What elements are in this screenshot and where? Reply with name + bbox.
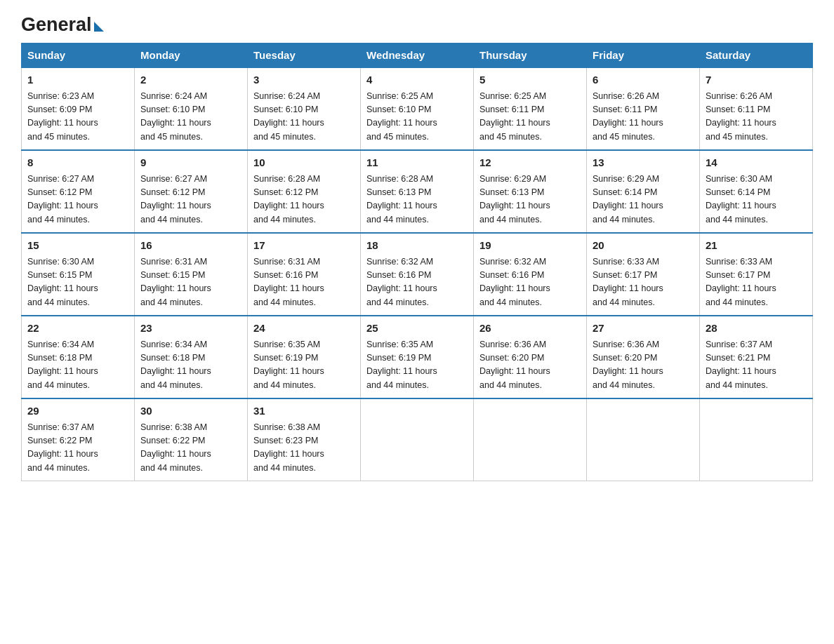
calendar-cell: 3Sunrise: 6:24 AMSunset: 6:10 PMDaylight… xyxy=(248,67,361,150)
day-info: Sunrise: 6:27 AMSunset: 6:12 PMDaylight:… xyxy=(27,173,128,227)
daylight-info-2: and 44 minutes. xyxy=(479,380,542,390)
day-number: 23 xyxy=(140,321,241,337)
logo-arrow-icon xyxy=(94,22,104,32)
day-number: 5 xyxy=(479,72,581,88)
sunset-info: Sunset: 6:12 PM xyxy=(253,187,318,197)
calendar-cell xyxy=(474,398,587,481)
calendar-cell xyxy=(700,398,813,481)
sunrise-info: Sunrise: 6:33 AM xyxy=(593,257,659,267)
daylight-info-1: Daylight: 11 hours xyxy=(253,118,324,128)
day-number: 10 xyxy=(253,155,355,171)
day-info: Sunrise: 6:26 AMSunset: 6:11 PMDaylight:… xyxy=(593,90,694,145)
sunset-info: Sunset: 6:14 PM xyxy=(593,187,657,197)
daylight-info-1: Daylight: 11 hours xyxy=(140,283,211,293)
sunset-info: Sunset: 6:16 PM xyxy=(253,270,318,280)
calendar-cell: 26Sunrise: 6:36 AMSunset: 6:20 PMDayligh… xyxy=(474,316,587,398)
daylight-info-2: and 44 minutes. xyxy=(593,215,655,224)
daylight-info-2: and 44 minutes. xyxy=(27,380,90,390)
day-info: Sunrise: 6:35 AMSunset: 6:19 PMDaylight:… xyxy=(366,338,468,393)
calendar-cell: 31Sunrise: 6:38 AMSunset: 6:23 PMDayligh… xyxy=(248,398,361,481)
sunrise-info: Sunrise: 6:32 AM xyxy=(479,257,546,267)
weekday-header-thursday: Thursday xyxy=(474,43,587,68)
sunset-info: Sunset: 6:23 PM xyxy=(253,436,318,445)
day-number: 4 xyxy=(366,72,468,88)
day-number: 28 xyxy=(706,321,807,337)
day-number: 2 xyxy=(140,72,241,88)
daylight-info-2: and 44 minutes. xyxy=(253,463,316,473)
daylight-info-2: and 44 minutes. xyxy=(253,380,316,390)
sunset-info: Sunset: 6:15 PM xyxy=(27,270,92,280)
day-info: Sunrise: 6:34 AMSunset: 6:18 PMDaylight:… xyxy=(27,338,128,393)
calendar-week-row: 22Sunrise: 6:34 AMSunset: 6:18 PMDayligh… xyxy=(22,316,813,398)
calendar-cell: 1Sunrise: 6:23 AMSunset: 6:09 PMDaylight… xyxy=(22,67,135,150)
calendar-week-row: 8Sunrise: 6:27 AMSunset: 6:12 PMDaylight… xyxy=(22,150,813,233)
sunrise-info: Sunrise: 6:37 AM xyxy=(27,422,94,432)
calendar-cell: 14Sunrise: 6:30 AMSunset: 6:14 PMDayligh… xyxy=(700,150,813,233)
day-number: 27 xyxy=(593,321,694,337)
daylight-info-2: and 45 minutes. xyxy=(479,132,542,142)
sunset-info: Sunset: 6:16 PM xyxy=(479,270,544,280)
day-number: 31 xyxy=(253,403,355,420)
daylight-info-1: Daylight: 11 hours xyxy=(706,283,776,293)
day-info: Sunrise: 6:29 AMSunset: 6:14 PMDaylight:… xyxy=(593,173,694,227)
daylight-info-1: Daylight: 11 hours xyxy=(706,201,776,210)
daylight-info-1: Daylight: 11 hours xyxy=(479,283,550,293)
daylight-info-1: Daylight: 11 hours xyxy=(366,118,437,128)
sunset-info: Sunset: 6:17 PM xyxy=(593,270,657,280)
day-info: Sunrise: 6:36 AMSunset: 6:20 PMDaylight:… xyxy=(593,338,694,393)
daylight-info-1: Daylight: 11 hours xyxy=(366,201,437,210)
day-info: Sunrise: 6:32 AMSunset: 6:16 PMDaylight:… xyxy=(366,255,468,310)
weekday-header-sunday: Sunday xyxy=(22,43,135,68)
day-number: 6 xyxy=(593,72,694,88)
daylight-info-2: and 45 minutes. xyxy=(706,132,768,142)
sunset-info: Sunset: 6:10 PM xyxy=(366,105,431,114)
day-number: 8 xyxy=(27,155,128,171)
day-number: 3 xyxy=(253,72,355,88)
sunrise-info: Sunrise: 6:38 AM xyxy=(253,422,320,432)
sunrise-info: Sunrise: 6:30 AM xyxy=(706,174,772,184)
calendar-cell: 23Sunrise: 6:34 AMSunset: 6:18 PMDayligh… xyxy=(135,316,248,398)
daylight-info-2: and 44 minutes. xyxy=(140,297,203,307)
day-number: 14 xyxy=(706,155,807,171)
sunset-info: Sunset: 6:20 PM xyxy=(479,353,544,363)
weekday-header-saturday: Saturday xyxy=(700,43,813,68)
day-number: 18 xyxy=(366,238,468,254)
day-info: Sunrise: 6:25 AMSunset: 6:11 PMDaylight:… xyxy=(479,90,581,145)
daylight-info-1: Daylight: 11 hours xyxy=(593,366,663,376)
calendar-cell: 9Sunrise: 6:27 AMSunset: 6:12 PMDaylight… xyxy=(135,150,248,233)
daylight-info-1: Daylight: 11 hours xyxy=(593,283,663,293)
calendar-cell: 8Sunrise: 6:27 AMSunset: 6:12 PMDaylight… xyxy=(22,150,135,233)
calendar-cell: 17Sunrise: 6:31 AMSunset: 6:16 PMDayligh… xyxy=(248,233,361,316)
daylight-info-2: and 45 minutes. xyxy=(253,132,316,142)
daylight-info-1: Daylight: 11 hours xyxy=(27,201,98,210)
daylight-info-1: Daylight: 11 hours xyxy=(253,201,324,210)
calendar-cell: 30Sunrise: 6:38 AMSunset: 6:22 PMDayligh… xyxy=(135,398,248,481)
day-number: 7 xyxy=(706,72,807,88)
day-info: Sunrise: 6:38 AMSunset: 6:22 PMDaylight:… xyxy=(140,421,241,476)
day-info: Sunrise: 6:31 AMSunset: 6:15 PMDaylight:… xyxy=(140,255,241,310)
daylight-info-2: and 44 minutes. xyxy=(706,380,768,390)
daylight-info-2: and 44 minutes. xyxy=(706,297,768,307)
sunset-info: Sunset: 6:19 PM xyxy=(253,353,318,363)
calendar-table: SundayMondayTuesdayWednesdayThursdayFrid… xyxy=(21,43,813,481)
logo-general-text: General xyxy=(21,14,92,36)
weekday-header-friday: Friday xyxy=(587,43,700,68)
day-info: Sunrise: 6:24 AMSunset: 6:10 PMDaylight:… xyxy=(253,90,355,145)
day-info: Sunrise: 6:28 AMSunset: 6:12 PMDaylight:… xyxy=(253,173,355,227)
sunset-info: Sunset: 6:19 PM xyxy=(366,353,431,363)
sunset-info: Sunset: 6:09 PM xyxy=(27,105,92,114)
daylight-info-1: Daylight: 11 hours xyxy=(253,283,324,293)
calendar-cell xyxy=(587,398,700,481)
logo: General xyxy=(21,14,104,30)
day-number: 25 xyxy=(366,321,468,337)
day-number: 29 xyxy=(27,403,128,420)
day-info: Sunrise: 6:34 AMSunset: 6:18 PMDaylight:… xyxy=(140,338,241,393)
calendar-cell: 27Sunrise: 6:36 AMSunset: 6:20 PMDayligh… xyxy=(587,316,700,398)
sunrise-info: Sunrise: 6:31 AM xyxy=(253,257,320,267)
day-info: Sunrise: 6:30 AMSunset: 6:15 PMDaylight:… xyxy=(27,255,128,310)
day-info: Sunrise: 6:37 AMSunset: 6:22 PMDaylight:… xyxy=(27,421,128,476)
day-info: Sunrise: 6:33 AMSunset: 6:17 PMDaylight:… xyxy=(706,255,807,310)
calendar-cell: 10Sunrise: 6:28 AMSunset: 6:12 PMDayligh… xyxy=(248,150,361,233)
sunrise-info: Sunrise: 6:31 AM xyxy=(140,257,207,267)
calendar-cell: 7Sunrise: 6:26 AMSunset: 6:11 PMDaylight… xyxy=(700,67,813,150)
